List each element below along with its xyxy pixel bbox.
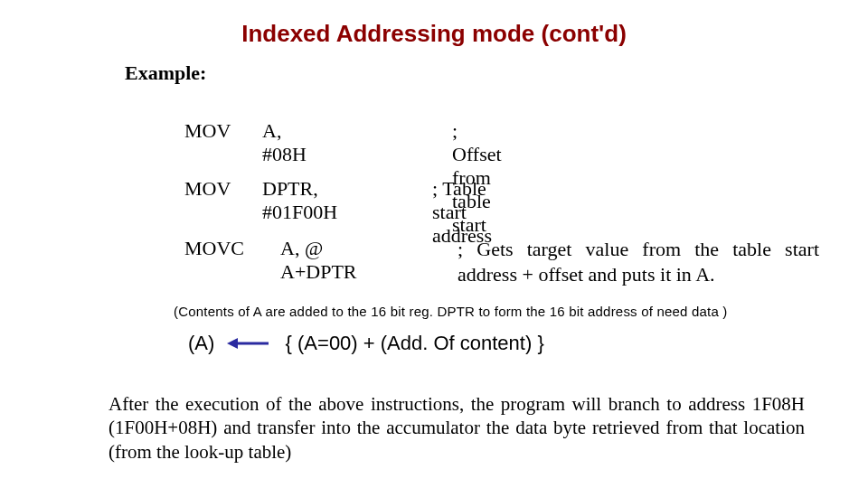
slide: Indexed Addressing mode (cont'd) Example… bbox=[0, 0, 868, 488]
comment: ; Gets target value from the table start… bbox=[458, 237, 819, 286]
operand: A, #08H bbox=[262, 119, 307, 166]
arrow-left-icon bbox=[227, 336, 270, 351]
equation: (A) { (A=00) + (Add. Of content) } bbox=[188, 331, 544, 355]
operand: DPTR, #01F00H bbox=[262, 177, 337, 224]
contents-note: (Contents of A are added to the 16 bit r… bbox=[174, 304, 843, 319]
mnemonic: MOVC bbox=[184, 237, 244, 260]
after-text: After the execution of the above instruc… bbox=[108, 392, 805, 464]
equation-rhs: { (A=00) + (Add. Of content) } bbox=[286, 332, 544, 355]
svg-marker-1 bbox=[227, 338, 238, 349]
equation-lhs: (A) bbox=[188, 332, 214, 355]
slide-title: Indexed Addressing mode (cont'd) bbox=[0, 20, 868, 48]
example-label: Example: bbox=[125, 61, 206, 85]
mnemonic: MOV bbox=[184, 119, 231, 143]
operand: A, @ A+DPTR bbox=[280, 237, 357, 284]
mnemonic: MOV bbox=[184, 177, 231, 201]
